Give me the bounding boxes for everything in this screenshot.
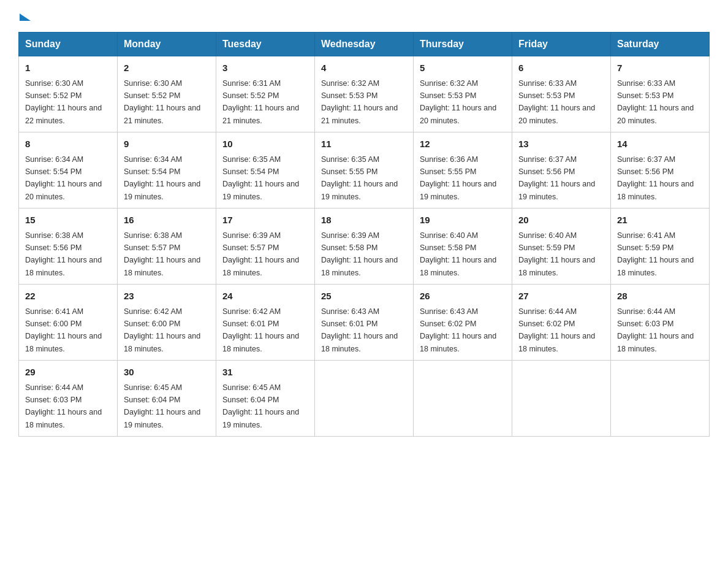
- day-number: 9: [124, 137, 210, 151]
- calendar-cell: [512, 361, 611, 437]
- day-info: Sunrise: 6:33 AMSunset: 5:53 PMDaylight:…: [518, 79, 595, 125]
- calendar-cell: 11Sunrise: 6:35 AMSunset: 5:55 PMDayligh…: [315, 132, 414, 209]
- day-info: Sunrise: 6:30 AMSunset: 5:52 PMDaylight:…: [25, 79, 102, 125]
- day-info: Sunrise: 6:38 AMSunset: 5:57 PMDaylight:…: [124, 231, 200, 277]
- calendar-cell: [315, 361, 414, 437]
- day-number: 18: [321, 213, 407, 228]
- day-number: 26: [420, 289, 506, 304]
- day-number: 28: [617, 289, 703, 304]
- day-number: 3: [222, 61, 308, 75]
- calendar-cell: 8Sunrise: 6:34 AMSunset: 5:54 PMDaylight…: [19, 132, 118, 209]
- weekday-header-thursday: Thursday: [414, 33, 512, 56]
- calendar-cell: 25Sunrise: 6:43 AMSunset: 6:01 PMDayligh…: [315, 285, 414, 361]
- calendar-cell: 17Sunrise: 6:39 AMSunset: 5:57 PMDayligh…: [216, 209, 315, 285]
- day-info: Sunrise: 6:37 AMSunset: 5:56 PMDaylight:…: [518, 155, 595, 201]
- day-number: 17: [222, 213, 308, 228]
- calendar-cell: 22Sunrise: 6:41 AMSunset: 6:00 PMDayligh…: [19, 285, 118, 361]
- day-number: 6: [518, 61, 604, 75]
- day-info: Sunrise: 6:30 AMSunset: 5:52 PMDaylight:…: [124, 79, 200, 125]
- calendar-cell: 24Sunrise: 6:42 AMSunset: 6:01 PMDayligh…: [216, 285, 315, 361]
- day-number: 24: [222, 289, 308, 304]
- day-info: Sunrise: 6:43 AMSunset: 6:02 PMDaylight:…: [420, 307, 496, 353]
- day-number: 27: [518, 289, 604, 304]
- calendar-body: 1Sunrise: 6:30 AMSunset: 5:52 PMDaylight…: [19, 56, 710, 437]
- calendar-cell: 15Sunrise: 6:38 AMSunset: 5:56 PMDayligh…: [19, 209, 118, 285]
- day-number: 25: [321, 289, 407, 304]
- weekday-header-sunday: Sunday: [19, 33, 118, 56]
- day-info: Sunrise: 6:44 AMSunset: 6:03 PMDaylight:…: [617, 307, 694, 353]
- day-number: 7: [617, 61, 703, 75]
- calendar-cell: 28Sunrise: 6:44 AMSunset: 6:03 PMDayligh…: [611, 285, 710, 361]
- calendar-cell: 5Sunrise: 6:32 AMSunset: 5:53 PMDaylight…: [414, 56, 512, 132]
- calendar-cell: 27Sunrise: 6:44 AMSunset: 6:02 PMDayligh…: [512, 285, 611, 361]
- calendar-table: SundayMondayTuesdayWednesdayThursdayFrid…: [18, 32, 710, 437]
- day-info: Sunrise: 6:44 AMSunset: 6:03 PMDaylight:…: [25, 383, 102, 429]
- day-info: Sunrise: 6:42 AMSunset: 6:01 PMDaylight:…: [222, 307, 299, 353]
- week-row-4: 22Sunrise: 6:41 AMSunset: 6:00 PMDayligh…: [19, 285, 710, 361]
- day-info: Sunrise: 6:43 AMSunset: 6:01 PMDaylight:…: [321, 307, 398, 353]
- page-header: [18, 12, 710, 21]
- day-number: 10: [222, 137, 308, 151]
- day-info: Sunrise: 6:36 AMSunset: 5:55 PMDaylight:…: [420, 155, 496, 201]
- day-info: Sunrise: 6:40 AMSunset: 5:59 PMDaylight:…: [518, 231, 595, 277]
- weekday-header-monday: Monday: [118, 33, 216, 56]
- day-number: 20: [518, 213, 604, 228]
- day-number: 31: [222, 366, 308, 380]
- day-info: Sunrise: 6:35 AMSunset: 5:54 PMDaylight:…: [222, 155, 299, 201]
- calendar-cell: 29Sunrise: 6:44 AMSunset: 6:03 PMDayligh…: [19, 361, 118, 437]
- day-number: 8: [25, 137, 111, 151]
- calendar-cell: 16Sunrise: 6:38 AMSunset: 5:57 PMDayligh…: [118, 209, 216, 285]
- day-info: Sunrise: 6:34 AMSunset: 5:54 PMDaylight:…: [124, 155, 200, 201]
- week-row-3: 15Sunrise: 6:38 AMSunset: 5:56 PMDayligh…: [19, 209, 710, 285]
- calendar-cell: [611, 361, 710, 437]
- calendar-cell: 9Sunrise: 6:34 AMSunset: 5:54 PMDaylight…: [118, 132, 216, 209]
- day-number: 30: [124, 366, 210, 380]
- week-row-1: 1Sunrise: 6:30 AMSunset: 5:52 PMDaylight…: [19, 56, 710, 132]
- day-number: 12: [420, 137, 506, 151]
- day-info: Sunrise: 6:38 AMSunset: 5:56 PMDaylight:…: [25, 231, 102, 277]
- day-info: Sunrise: 6:32 AMSunset: 5:53 PMDaylight:…: [321, 79, 398, 125]
- day-info: Sunrise: 6:34 AMSunset: 5:54 PMDaylight:…: [25, 155, 102, 201]
- calendar-cell: 7Sunrise: 6:33 AMSunset: 5:53 PMDaylight…: [611, 56, 710, 132]
- day-info: Sunrise: 6:35 AMSunset: 5:55 PMDaylight:…: [321, 155, 398, 201]
- day-number: 14: [617, 137, 703, 151]
- day-info: Sunrise: 6:39 AMSunset: 5:58 PMDaylight:…: [321, 231, 398, 277]
- day-info: Sunrise: 6:33 AMSunset: 5:53 PMDaylight:…: [617, 79, 694, 125]
- calendar-cell: 14Sunrise: 6:37 AMSunset: 5:56 PMDayligh…: [611, 132, 710, 209]
- day-number: 2: [124, 61, 210, 75]
- calendar-cell: 23Sunrise: 6:42 AMSunset: 6:00 PMDayligh…: [118, 285, 216, 361]
- day-number: 5: [420, 61, 506, 75]
- logo: [18, 12, 31, 21]
- calendar-cell: 10Sunrise: 6:35 AMSunset: 5:54 PMDayligh…: [216, 132, 315, 209]
- weekday-header-saturday: Saturday: [611, 33, 710, 56]
- calendar-cell: 31Sunrise: 6:45 AMSunset: 6:04 PMDayligh…: [216, 361, 315, 437]
- week-row-2: 8Sunrise: 6:34 AMSunset: 5:54 PMDaylight…: [19, 132, 710, 209]
- calendar-cell: 19Sunrise: 6:40 AMSunset: 5:58 PMDayligh…: [414, 209, 512, 285]
- day-number: 4: [321, 61, 407, 75]
- day-number: 15: [25, 213, 111, 228]
- calendar-header: SundayMondayTuesdayWednesdayThursdayFrid…: [19, 33, 710, 56]
- day-number: 23: [124, 289, 210, 304]
- day-number: 22: [25, 289, 111, 304]
- calendar-cell: 13Sunrise: 6:37 AMSunset: 5:56 PMDayligh…: [512, 132, 611, 209]
- day-number: 11: [321, 137, 407, 151]
- day-info: Sunrise: 6:37 AMSunset: 5:56 PMDaylight:…: [617, 155, 694, 201]
- calendar-cell: 1Sunrise: 6:30 AMSunset: 5:52 PMDaylight…: [19, 56, 118, 132]
- calendar-cell: 4Sunrise: 6:32 AMSunset: 5:53 PMDaylight…: [315, 56, 414, 132]
- calendar-cell: 26Sunrise: 6:43 AMSunset: 6:02 PMDayligh…: [414, 285, 512, 361]
- day-info: Sunrise: 6:41 AMSunset: 5:59 PMDaylight:…: [617, 231, 694, 277]
- weekday-header-row: SundayMondayTuesdayWednesdayThursdayFrid…: [19, 33, 710, 56]
- day-info: Sunrise: 6:45 AMSunset: 6:04 PMDaylight:…: [124, 383, 200, 429]
- calendar-cell: 6Sunrise: 6:33 AMSunset: 5:53 PMDaylight…: [512, 56, 611, 132]
- day-number: 21: [617, 213, 703, 228]
- day-number: 1: [25, 61, 111, 75]
- calendar-cell: 20Sunrise: 6:40 AMSunset: 5:59 PMDayligh…: [512, 209, 611, 285]
- day-info: Sunrise: 6:45 AMSunset: 6:04 PMDaylight:…: [222, 383, 299, 429]
- weekday-header-tuesday: Tuesday: [216, 33, 315, 56]
- calendar-cell: 30Sunrise: 6:45 AMSunset: 6:04 PMDayligh…: [118, 361, 216, 437]
- calendar-cell: 3Sunrise: 6:31 AMSunset: 5:52 PMDaylight…: [216, 56, 315, 132]
- logo-arrow-icon: [20, 13, 31, 21]
- calendar-cell: 18Sunrise: 6:39 AMSunset: 5:58 PMDayligh…: [315, 209, 414, 285]
- day-info: Sunrise: 6:32 AMSunset: 5:53 PMDaylight:…: [420, 79, 496, 125]
- day-number: 29: [25, 366, 111, 380]
